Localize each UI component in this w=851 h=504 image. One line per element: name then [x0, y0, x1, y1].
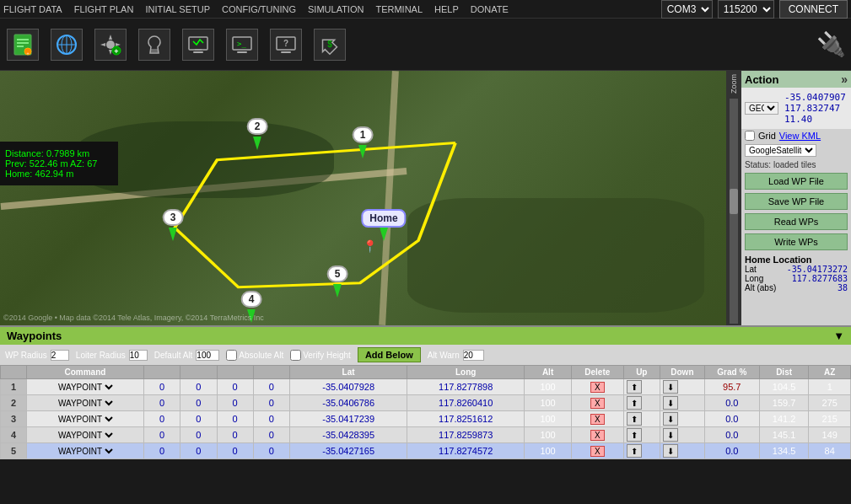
- config-tuning-toolbar-btn[interactable]: [137, 29, 172, 61]
- wp-row-cmd[interactable]: WAYPOINT: [26, 379, 143, 395]
- wp-row-alt[interactable]: 100: [525, 411, 572, 427]
- wp-row-alt[interactable]: 100: [525, 443, 572, 459]
- menu-simulation[interactable]: SIMULATION: [308, 4, 364, 14]
- wp-row-p2[interactable]: 0: [180, 395, 217, 411]
- grid-checkbox[interactable]: [745, 131, 755, 141]
- wp-row-p2[interactable]: 0: [180, 427, 217, 443]
- wp-row-p1[interactable]: 0: [144, 379, 180, 395]
- alt-warn-input[interactable]: [463, 350, 484, 361]
- zoom-bar[interactable]: Zoom: [726, 71, 741, 325]
- terminal-toolbar-btn[interactable]: >_: [224, 29, 260, 61]
- wp-row-alt[interactable]: 100: [525, 427, 572, 443]
- absolute-alt-checkbox[interactable]: [226, 350, 237, 361]
- wp-row-p4[interactable]: 0: [253, 411, 289, 427]
- menu-donate[interactable]: DONATE: [471, 4, 509, 14]
- delete-btn[interactable]: X: [590, 446, 605, 457]
- port-select[interactable]: COM3: [661, 0, 713, 19]
- wp-row-cmd[interactable]: WAYPOINT: [26, 427, 143, 443]
- wp-row-delete[interactable]: X: [571, 427, 623, 443]
- wp-row-down[interactable]: ⬇: [660, 427, 704, 443]
- baud-select[interactable]: 115200: [718, 0, 774, 19]
- menu-terminal[interactable]: TERMINAL: [375, 4, 423, 14]
- read-wps-button[interactable]: Read WPs: [745, 213, 848, 230]
- load-wp-file-button[interactable]: Load WP File: [745, 173, 848, 190]
- wp-row-p1[interactable]: 0: [144, 427, 180, 443]
- donate-toolbar-btn[interactable]: $: [312, 29, 347, 61]
- wp-row-down[interactable]: ⬇: [660, 395, 704, 411]
- map-type-select[interactable]: GoogleSatelliteMa: [745, 144, 816, 157]
- wp-row-cmd[interactable]: WAYPOINT: [26, 443, 143, 459]
- flight-data-toolbar-btn[interactable]: +: [5, 29, 40, 61]
- wp-row-p4[interactable]: 0: [253, 427, 289, 443]
- menu-help[interactable]: HELP: [434, 4, 459, 14]
- wp-command-select[interactable]: WAYPOINT: [55, 430, 116, 441]
- flight-plan-toolbar-btn[interactable]: [49, 29, 84, 61]
- wp-row-down[interactable]: ⬇: [660, 379, 704, 395]
- wp-command-select[interactable]: WAYPOINT: [55, 382, 116, 393]
- wp-row-delete[interactable]: X: [571, 443, 623, 459]
- simulation-toolbar-btn[interactable]: [180, 29, 216, 61]
- wp-row-up[interactable]: ⬆: [623, 395, 660, 411]
- map-container[interactable]: 1 2 3 4 5 Home 📍 ©2014: [0, 71, 741, 325]
- wp-row-p3[interactable]: 0: [217, 427, 253, 443]
- down-button[interactable]: ⬇: [663, 412, 678, 426]
- initial-setup-toolbar-btn[interactable]: +: [93, 29, 128, 61]
- zoom-track[interactable]: [730, 99, 738, 324]
- wp-row-p4[interactable]: 0: [253, 443, 289, 459]
- waypoints-collapse-icon[interactable]: ▼: [833, 330, 844, 342]
- verify-height-checkbox[interactable]: [290, 350, 301, 361]
- wp-row-p2[interactable]: 0: [180, 379, 217, 395]
- menu-flight-data[interactable]: FLIGHT DATA: [3, 4, 62, 14]
- wp-row-p3[interactable]: 0: [217, 395, 253, 411]
- wp-row-up[interactable]: ⬆: [623, 379, 660, 395]
- delete-btn[interactable]: X: [590, 414, 605, 425]
- down-button[interactable]: ⬇: [663, 444, 678, 458]
- wp-command-select[interactable]: WAYPOINT: [55, 446, 116, 457]
- wp-row-p4[interactable]: 0: [253, 379, 289, 395]
- connect-button[interactable]: CONNECT: [779, 0, 848, 19]
- menu-config-tuning[interactable]: CONFIG/TUNING: [222, 4, 296, 14]
- zoom-thumb[interactable]: [730, 189, 738, 214]
- wp-command-select[interactable]: WAYPOINT: [55, 414, 116, 425]
- coord-type-select[interactable]: GEO: [745, 102, 778, 115]
- wp-row-p4[interactable]: 0: [253, 395, 289, 411]
- delete-btn[interactable]: X: [590, 398, 605, 409]
- loiter-radius-input[interactable]: [129, 350, 148, 361]
- wp-row-p1[interactable]: 0: [144, 411, 180, 427]
- add-below-button[interactable]: Add Below: [358, 347, 421, 362]
- wp-row-delete[interactable]: X: [571, 411, 623, 427]
- menu-flight-plan[interactable]: FLIGHT PLAN: [74, 4, 134, 14]
- write-wps-button[interactable]: Write WPs: [745, 233, 848, 250]
- wp-row-p1[interactable]: 0: [144, 443, 180, 459]
- wp-row-delete[interactable]: X: [571, 395, 623, 411]
- wp-radius-input[interactable]: [51, 350, 69, 361]
- down-button[interactable]: ⬇: [663, 396, 678, 410]
- wp-row-up[interactable]: ⬆: [623, 443, 660, 459]
- wp-row-up[interactable]: ⬆: [623, 411, 660, 427]
- default-alt-input[interactable]: [196, 350, 219, 361]
- up-button[interactable]: ⬆: [627, 444, 642, 458]
- save-wp-file-button[interactable]: Save WP File: [745, 193, 848, 210]
- up-button[interactable]: ⬆: [627, 412, 642, 426]
- wp-command-select[interactable]: WAYPOINT: [55, 398, 116, 409]
- wp-row-p2[interactable]: 0: [180, 443, 217, 459]
- delete-btn[interactable]: X: [590, 430, 605, 441]
- up-button[interactable]: ⬆: [627, 380, 642, 394]
- wp-row-p3[interactable]: 0: [217, 411, 253, 427]
- wp-row-down[interactable]: ⬇: [660, 411, 704, 427]
- wp-row-cmd[interactable]: WAYPOINT: [26, 395, 143, 411]
- wp-row-delete[interactable]: X: [571, 379, 623, 395]
- wp-row-p1[interactable]: 0: [144, 395, 180, 411]
- down-button[interactable]: ⬇: [663, 428, 678, 442]
- expand-button[interactable]: »: [841, 72, 848, 86]
- wp-row-down[interactable]: ⬇: [660, 443, 704, 459]
- wp-row-cmd[interactable]: WAYPOINT: [26, 411, 143, 427]
- down-button[interactable]: ⬇: [663, 380, 678, 394]
- wp-row-up[interactable]: ⬆: [623, 427, 660, 443]
- delete-btn[interactable]: X: [590, 382, 605, 393]
- menu-initial-setup[interactable]: INITIAL SETUP: [145, 4, 210, 14]
- up-button[interactable]: ⬆: [627, 428, 642, 442]
- help-toolbar-btn[interactable]: ?: [268, 29, 304, 61]
- wp-row-p3[interactable]: 0: [217, 443, 253, 459]
- up-button[interactable]: ⬆: [627, 396, 642, 410]
